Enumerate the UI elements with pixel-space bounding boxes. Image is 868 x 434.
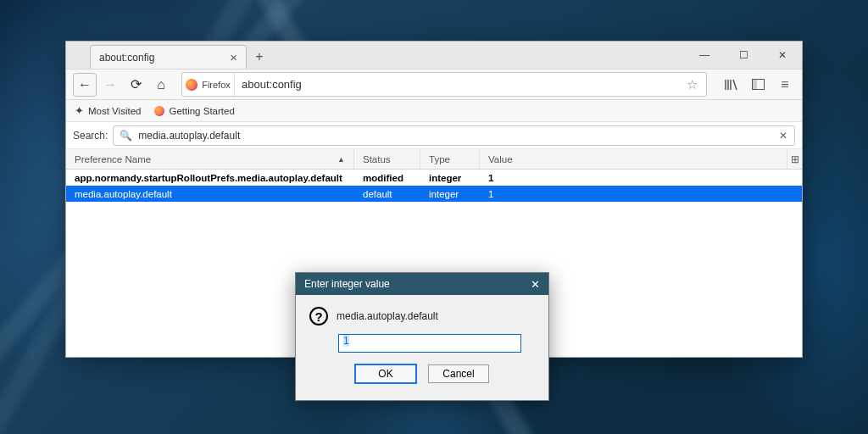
cell-pref: media.autoplay.default [66,189,354,199]
titlebar: about:config × + — ☐ ✕ [66,42,802,69]
cell-pref: app.normandy.startupRolloutPrefs.media.a… [66,173,354,183]
library-icon[interactable] [721,75,741,95]
browser-tab[interactable]: about:config × [90,45,247,69]
cell-status: modified [354,173,420,183]
close-icon[interactable]: × [230,50,237,64]
back-icon[interactable]: ← [73,73,97,97]
integer-input[interactable]: 1 [338,334,521,353]
pref-rows: app.normandy.startupRolloutPrefs.media.a… [66,170,802,202]
table-row-selected[interactable]: media.autoplay.default default integer 1 [66,186,802,202]
col-type[interactable]: Type [420,149,480,169]
star-icon: ✦ [75,104,84,117]
dialog-body: ? media.autoplay.default 1 OK Cancel [296,295,548,400]
close-window-icon[interactable]: ✕ [763,42,802,69]
col-label: Status [363,154,391,164]
cancel-button[interactable]: Cancel [428,364,489,383]
button-label: OK [378,368,392,380]
url-bar[interactable]: Firefox about:config ☆ [181,72,707,97]
forward-icon: → [98,73,122,97]
col-label: Type [429,154,450,164]
dialog-titlebar[interactable]: Enter integer value ✕ [296,273,548,295]
bookmark-star-icon[interactable]: ☆ [678,77,706,92]
url-text: about:config [235,78,309,91]
search-value: media.autoplay.default [138,130,240,142]
dialog-pref-name: media.autoplay.default [337,310,438,322]
input-value: 1 [343,335,349,347]
integer-dialog: Enter integer value ✕ ? media.autoplay.d… [295,272,549,401]
col-value[interactable]: Value [480,149,787,169]
search-label: Search: [73,130,108,142]
cell-status: default [354,189,420,199]
button-label: Cancel [442,368,474,380]
ok-button[interactable]: OK [355,364,416,383]
navbar: ← → ⟳ ⌂ Firefox about:config ☆ ≡ [66,69,802,100]
bookmark-label: Most Visited [88,106,141,116]
clear-search-icon[interactable]: ✕ [772,130,794,142]
table-row[interactable]: app.normandy.startupRolloutPrefs.media.a… [66,170,802,186]
search-input[interactable]: 🔍 media.autoplay.default ✕ [113,125,795,146]
cell-type: integer [420,189,480,199]
dialog-title: Enter integer value [304,278,390,290]
tab-title: about:config [99,52,154,64]
cell-value: 1 [480,173,802,183]
search-icon: 🔍 [114,130,138,142]
question-icon: ? [309,307,328,326]
identity-box[interactable]: Firefox [182,73,235,96]
column-headers: Preference Name ▲ Status Type Value ⊞ [66,149,802,170]
col-label: Value [488,154,513,164]
bookmark-label: Getting Started [169,106,234,116]
firefox-icon [186,79,198,91]
menu-icon[interactable]: ≡ [775,75,795,95]
window-controls: — ☐ ✕ [685,42,802,69]
maximize-icon[interactable]: ☐ [724,42,763,69]
bookmark-getting-started[interactable]: Getting Started [154,106,234,116]
new-tab-button[interactable]: + [247,45,272,69]
sidebar-icon[interactable] [748,75,768,95]
cell-type: integer [420,173,480,183]
firefox-icon [154,106,164,116]
column-picker-icon[interactable]: ⊞ [787,149,802,169]
home-icon[interactable]: ⌂ [149,73,173,97]
cell-value: 1 [480,189,802,199]
col-preference-name[interactable]: Preference Name ▲ [66,149,354,169]
close-icon[interactable]: ✕ [531,278,540,291]
search-row: Search: 🔍 media.autoplay.default ✕ [66,122,802,149]
reload-icon[interactable]: ⟳ [124,73,147,97]
bookmark-most-visited[interactable]: ✦ Most Visited [75,104,141,117]
identity-label: Firefox [202,80,231,90]
bookmarks-toolbar: ✦ Most Visited Getting Started [66,100,802,122]
minimize-icon[interactable]: — [685,42,724,69]
col-status[interactable]: Status [354,149,420,169]
svg-rect-1 [752,80,756,90]
col-label: Preference Name [75,154,151,164]
sort-asc-icon: ▲ [337,155,345,164]
